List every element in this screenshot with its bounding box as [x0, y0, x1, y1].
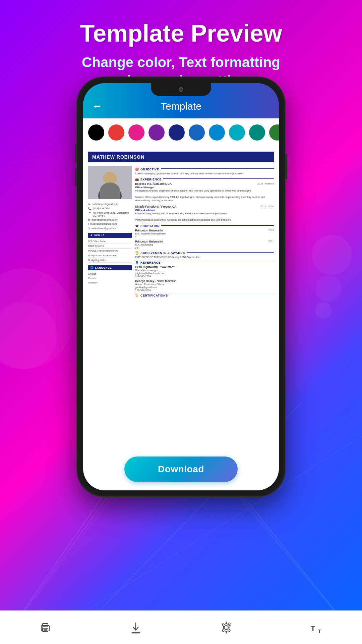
ref-phone: 123-564-9768: [135, 289, 274, 292]
experience-divider: [163, 178, 274, 179]
reference-entry: Evan Rightworth - "Wal-mart" Operations …: [135, 265, 274, 278]
back-button[interactable]: ←: [92, 100, 102, 112]
svg-point-10: [103, 172, 117, 185]
achievements-text: EMPLOYEE OF THE MONTH February 2018 Expr…: [135, 256, 274, 259]
phone-screen: ← Template MATHEW ROBINSON: [83, 83, 279, 490]
language-item: French: [88, 276, 132, 280]
svg-rect-8: [88, 166, 132, 199]
settings-icon: +: [220, 621, 233, 634]
experience-entry: Simple Functions / Fresno, CA 2012 - 201…: [135, 205, 274, 222]
exp-header: Simple Functions / Fresno, CA 2012 - 201…: [135, 205, 274, 208]
color-swatch-red[interactable]: [108, 124, 124, 141]
color-swatch-black[interactable]: [88, 124, 104, 141]
objective-icon: 🎯: [135, 168, 139, 171]
nav-download[interactable]: [129, 621, 142, 634]
edu-date: 2013: [268, 229, 274, 232]
achievements-divider: [187, 252, 274, 253]
location-icon: 📍: [88, 212, 92, 215]
nav-settings[interactable]: +: [220, 621, 233, 634]
color-swatch-blue[interactable]: [189, 124, 205, 141]
education-divider: [161, 225, 274, 226]
ref-role: Operations manager: [135, 269, 274, 272]
skill-item: MySQL / Adobe photoshop: [88, 249, 132, 253]
color-swatch-green[interactable]: [269, 124, 279, 141]
ref-phone: 314-999-1234: [135, 275, 274, 278]
ref-role: Human Resources Officer: [135, 283, 274, 286]
achievements-section-title: 🏆 ACHIEVEMENTS & AWARDS: [135, 251, 274, 255]
color-swatch-pink[interactable]: [128, 124, 144, 141]
color-picker-row: [83, 118, 279, 147]
edu-date: 2011: [268, 240, 274, 243]
skills-icon: ✦: [90, 234, 93, 237]
objective-text: I seek challenging opportunities where I…: [135, 172, 274, 176]
education-section-title: 🎓 EDUCATION: [135, 224, 274, 228]
language-icon: 🌐: [90, 266, 94, 269]
skills-section-header: ✦ SKILLS: [88, 233, 132, 238]
certifications-icon: 📜: [135, 294, 139, 297]
language-item: English: [88, 272, 132, 276]
facebook-icon: f: [88, 223, 89, 226]
skill-item: MS Office Suite: [88, 239, 132, 244]
experience-icon: 💼: [135, 178, 139, 181]
ref-email: erightworth@walmart.com: [135, 272, 274, 275]
contact-email: ✉ matrobison@gmail.com: [88, 203, 132, 206]
edu-gpa: 3.5: [135, 246, 274, 249]
education-list: Princeton University 2013 B.S. Business …: [135, 229, 274, 249]
skill-item: Analysis and assessment: [88, 253, 132, 258]
power-button: [286, 154, 287, 179]
reference-list: Evan Rightworth - "Wal-mart" Operations …: [135, 265, 274, 292]
contact-linkedin: in matrobison@gmail.com: [88, 218, 132, 221]
experience-section-title: 💼 EXPERIENCE: [135, 178, 274, 181]
download-button[interactable]: Download: [124, 457, 238, 482]
reference-entry: George Bailey - "CDS Movers" Human Resou…: [135, 279, 274, 292]
edu-gpa: 4: [135, 235, 274, 238]
volume-down-button: [75, 168, 76, 186]
color-swatch-light-blue[interactable]: [209, 124, 225, 141]
exp-desc: Prepared daily, weekly and monthly repor…: [135, 212, 274, 222]
page-title: Template Preview: [0, 20, 362, 47]
resume-scroll-area[interactable]: MATHEW ROBINSON: [83, 147, 279, 448]
certifications-section-title: 📜 CERTIFICATIONS: [135, 294, 274, 297]
color-swatch-teal[interactable]: [249, 124, 265, 141]
svg-text:+: +: [229, 623, 230, 626]
twitter-icon: 𝕏: [88, 227, 90, 230]
email-icon: ✉: [88, 203, 90, 206]
print-icon: [39, 621, 52, 634]
objective-section-title: 🎯 OBJECTIVE: [135, 168, 274, 171]
exp-date: 2016 - Present: [257, 182, 274, 185]
education-entry: Princeton University 2013 B.S. Business …: [135, 229, 274, 238]
ref-name: Evan Rightworth - "Wal-mart": [135, 265, 274, 269]
language-list: EnglishFrenchSpanish: [88, 272, 132, 285]
phone-notch: [151, 83, 211, 96]
reference-section-title: 👤 REFERENCE: [135, 261, 274, 264]
reference-icon: 👤: [135, 261, 139, 264]
color-swatch-cyan[interactable]: [229, 124, 245, 141]
svg-marker-11: [109, 185, 111, 192]
bottom-nav: + T T: [0, 610, 362, 644]
resume-body: ✉ matrobison@gmail.com 📞 (123) 456 7895 …: [88, 166, 274, 298]
app-header-title: Template: [107, 101, 255, 112]
color-swatch-dark-blue[interactable]: [169, 124, 185, 141]
phone-mockup: ← Template MATHEW ROBINSON: [77, 77, 285, 496]
app-screen: ← Template MATHEW ROBINSON: [83, 83, 279, 490]
contact-address: 📍 45, Pooh Bear Lane, Charleston SC, 907…: [88, 211, 132, 217]
edu-degree: A.A. Accounting: [135, 243, 274, 246]
contact-twitter: 𝕏 matrobison@gmail.com: [88, 227, 132, 230]
exp-role: Office Manager: [135, 186, 274, 189]
contact-phone: 📞 (123) 456 7895: [88, 207, 132, 210]
exp-desc: Managed schedules, organised office func…: [135, 189, 274, 202]
color-swatch-purple[interactable]: [148, 124, 165, 141]
experience-list: Express Inc. /San Jose, CA 2016 - Presen…: [135, 182, 274, 222]
svg-point-20: [224, 626, 228, 630]
nav-print[interactable]: [39, 621, 52, 634]
exp-date: 2012 - 2016: [260, 205, 274, 208]
edu-school: Princeton University: [135, 229, 163, 232]
resume-photo: [88, 166, 132, 199]
exp-company: Express Inc. /San Jose, CA: [135, 182, 172, 185]
edu-school: Princeton University: [135, 240, 163, 243]
resume-document: MATHEW ROBINSON: [83, 147, 279, 303]
text-size-icon: T T: [310, 621, 323, 634]
svg-text:T: T: [311, 624, 315, 633]
nav-text-size[interactable]: T T: [310, 621, 323, 634]
education-icon: 🎓: [135, 224, 139, 228]
